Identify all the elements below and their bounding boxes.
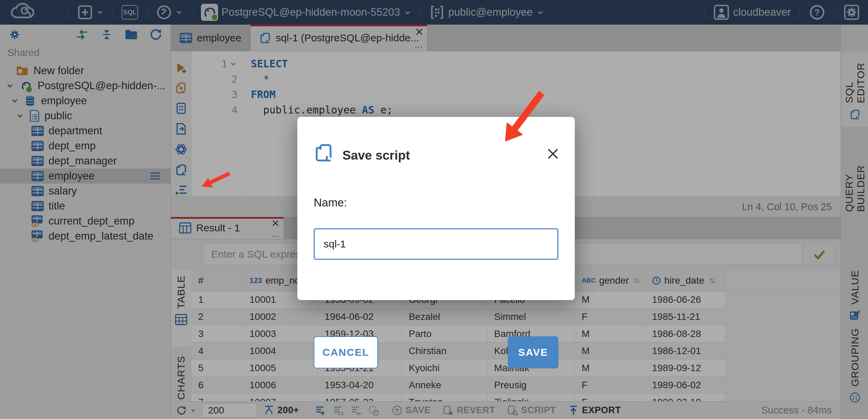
script-name-input[interactable] [314, 228, 558, 260]
save-button[interactable]: SAVE [508, 336, 558, 368]
close-icon[interactable] [546, 147, 560, 161]
script-icon [314, 142, 334, 163]
name-field-label: Name: [314, 196, 347, 209]
dialog-title: Save script [342, 148, 410, 163]
save-script-dialog: Save script Name: CANCEL SAVE [297, 117, 575, 300]
cancel-button[interactable]: CANCEL [314, 336, 378, 368]
cloudbeaver-app: SQL PostgreSQL@ep-hidden-moon-55203 [0, 0, 868, 419]
